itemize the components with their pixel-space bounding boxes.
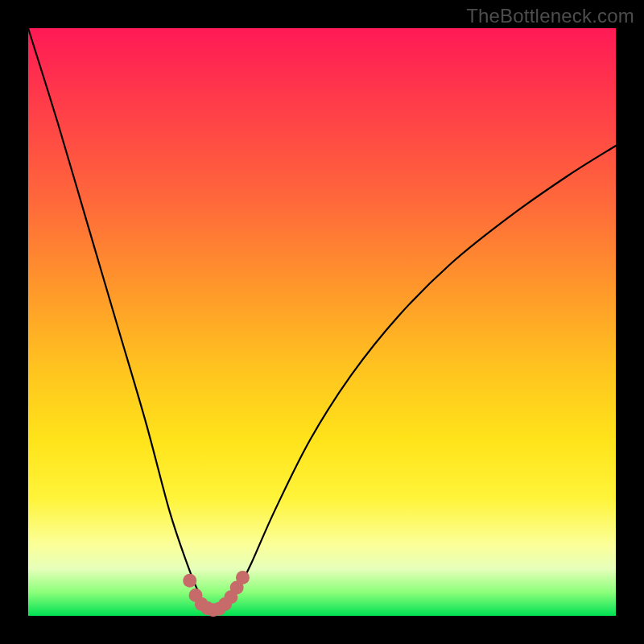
chart-svg <box>28 28 616 616</box>
valley-marker <box>183 574 196 588</box>
bottleneck-curve <box>28 28 616 612</box>
plot-area <box>28 28 616 616</box>
outer-frame: TheBottleneck.com <box>0 0 644 644</box>
valley-markers <box>183 571 250 617</box>
watermark-text: TheBottleneck.com <box>466 5 634 27</box>
valley-marker <box>236 571 250 584</box>
